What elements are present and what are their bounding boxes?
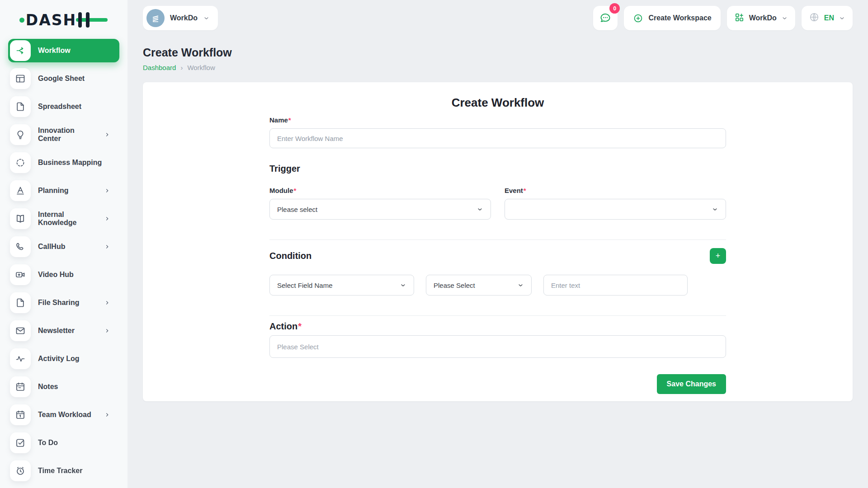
- sidebar-item-to-do[interactable]: To Do: [8, 431, 119, 455]
- logo-dot-icon: [19, 18, 24, 23]
- trigger-fields: Module* Please select Event*: [269, 187, 726, 220]
- team-workload-icon: [10, 404, 31, 425]
- sidebar-item-time-tracker[interactable]: Time Tracker: [8, 459, 119, 483]
- chevron-down-icon: [203, 15, 210, 22]
- globe-icon: [809, 12, 820, 24]
- sidebar-item-label: Team Workload: [38, 411, 91, 419]
- logo-dash-icon: [78, 12, 108, 28]
- sidebar-item-team-workload[interactable]: Team Workload: [8, 403, 119, 427]
- google-sheet-icon: [10, 68, 31, 89]
- sidebar-item-video-hub[interactable]: Video Hub: [8, 263, 119, 286]
- chevron-down-icon: [400, 282, 406, 289]
- app-switcher-button[interactable]: WorkDo: [727, 6, 795, 30]
- topbar-right: 0 Create Workspace WorkDo: [593, 6, 853, 30]
- condition-row: Select Field Name Please Select: [269, 275, 726, 296]
- required-mark: *: [298, 321, 302, 331]
- sidebar-item-activity-log[interactable]: Activity Log: [8, 347, 119, 371]
- breadcrumb-dashboard-link[interactable]: Dashboard: [143, 64, 176, 71]
- spreadsheet-icon: [10, 96, 31, 117]
- condition-operator-select[interactable]: Please Select: [426, 275, 532, 296]
- workspace-label: WorkDo: [170, 14, 198, 22]
- sidebar-item-internal-knowledge[interactable]: Internal Knowledge: [8, 207, 119, 230]
- page-header: Create Workflow Dashboard › Workflow: [143, 46, 853, 71]
- sidebar-item-file-sharing[interactable]: File Sharing: [8, 291, 119, 314]
- sidebar-item-label: Spreadsheet: [38, 103, 81, 111]
- internal-knowledge-icon: [10, 208, 31, 229]
- sidebar-item-workflow[interactable]: Workflow: [8, 39, 119, 62]
- chevron-right-icon: [104, 188, 110, 194]
- chevron-right-icon: [104, 244, 110, 250]
- condition-field-select[interactable]: Select Field Name: [269, 275, 414, 296]
- workflow-icon: [10, 40, 31, 61]
- sidebar-item-innovation-center[interactable]: Innovation Center: [8, 123, 119, 146]
- callhub-icon: [10, 236, 31, 257]
- messages-button[interactable]: 0: [593, 6, 618, 30]
- module-label: Module*: [269, 187, 491, 194]
- condition-value-input[interactable]: [543, 275, 688, 296]
- sidebar-item-business-mapping[interactable]: Business Mapping: [8, 151, 119, 174]
- chevron-down-icon: [781, 15, 788, 22]
- activity-log-icon: [10, 348, 31, 369]
- chevron-down-icon: [517, 282, 524, 289]
- plus-circle-icon: [633, 13, 643, 23]
- event-select[interactable]: [505, 199, 726, 220]
- planning-icon: [10, 180, 31, 201]
- sidebar-item-spreadsheet[interactable]: Spreadsheet: [8, 95, 119, 118]
- trigger-heading: Trigger: [269, 164, 726, 174]
- dash-logo: DASH: [0, 10, 127, 30]
- section-divider: [269, 239, 726, 240]
- file-sharing-icon: [10, 292, 31, 313]
- sidebar-item-label: To Do: [38, 439, 58, 447]
- workspace-selector[interactable]: WorkDo: [143, 6, 218, 30]
- sidebar-item-notes[interactable]: Notes: [8, 375, 119, 399]
- breadcrumb-separator: ›: [180, 64, 183, 71]
- sidebar: DASH WorkflowGoogle SheetSpreadsheetInno…: [0, 0, 127, 488]
- sidebar-item-label: Time Tracker: [38, 467, 82, 475]
- add-condition-button[interactable]: +: [710, 248, 726, 264]
- sidebar-item-label: Activity Log: [38, 355, 80, 363]
- innovation-center-icon: [10, 124, 31, 145]
- notes-icon: [10, 376, 31, 397]
- sidebar-item-label: Innovation Center: [38, 127, 97, 143]
- condition-heading: Condition: [269, 251, 311, 261]
- module-select-value: Please select: [277, 206, 476, 213]
- language-selector[interactable]: EN: [802, 6, 853, 30]
- save-changes-button[interactable]: Save Changes: [657, 374, 726, 394]
- workflow-name-input[interactable]: [269, 128, 726, 148]
- business-mapping-icon: [10, 152, 31, 173]
- sidebar-item-label: Business Mapping: [38, 159, 102, 167]
- create-workspace-button[interactable]: Create Workspace: [624, 6, 720, 30]
- sidebar-item-planning[interactable]: Planning: [8, 179, 119, 202]
- sidebar-item-google-sheet[interactable]: Google Sheet: [8, 67, 119, 90]
- create-workspace-label: Create Workspace: [648, 14, 711, 22]
- sidebar-menu: WorkflowGoogle SheetSpreadsheetInnovatio…: [0, 39, 127, 488]
- breadcrumb-current: Workflow: [187, 64, 215, 71]
- sidebar-item-label: CallHub: [38, 243, 65, 251]
- action-select[interactable]: Please Select: [269, 335, 726, 358]
- save-row: Save Changes: [269, 374, 726, 394]
- topbar: WorkDo 0 Create Workspace: [143, 5, 853, 31]
- chevron-right-icon: [104, 131, 110, 138]
- sidebar-item-callhub[interactable]: CallHub: [8, 235, 119, 258]
- chevron-right-icon: [104, 328, 110, 334]
- chevron-down-icon: [839, 15, 845, 22]
- chevron-down-icon: [712, 206, 718, 213]
- event-field-group: Event*: [505, 187, 726, 220]
- main-content: WorkDo 0 Create Workspace: [127, 0, 868, 401]
- sidebar-item-label: Video Hub: [38, 271, 74, 279]
- action-select-placeholder: Please Select: [277, 343, 319, 351]
- sidebar-item-newsletter[interactable]: Newsletter: [8, 319, 119, 343]
- action-heading: Action*: [269, 321, 726, 332]
- sidebar-item-label: Internal Knowledge: [38, 211, 97, 227]
- module-select[interactable]: Please select: [269, 199, 491, 220]
- chevron-down-icon: [476, 206, 483, 213]
- grid-plus-icon: [734, 12, 745, 24]
- name-label: Name*: [269, 116, 726, 124]
- name-field-group: Name*: [269, 116, 726, 148]
- video-hub-icon: [10, 264, 31, 285]
- breadcrumb: Dashboard › Workflow: [143, 64, 853, 71]
- condition-field-value: Select Field Name: [277, 282, 400, 289]
- newsletter-icon: [10, 320, 31, 341]
- to-do-icon: [10, 432, 31, 453]
- required-mark: *: [288, 116, 291, 124]
